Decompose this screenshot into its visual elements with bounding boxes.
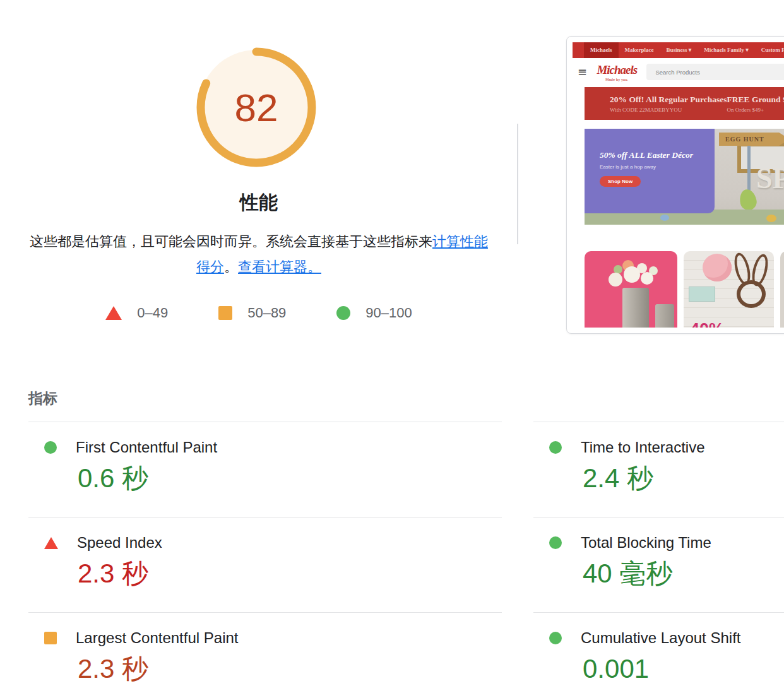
pagespeed-performance-report: 82 性能 这些都是估算值，且可能会因时而异。系统会直接基于这些指标来计算性能得…	[0, 0, 784, 698]
thumb-nav-item: Business ▾	[660, 42, 698, 58]
wreath-image	[737, 280, 766, 308]
pom-pom-image	[703, 254, 732, 281]
description-separator: 。	[224, 259, 238, 275]
promo-right-subtitle: On Orders $49+	[727, 107, 784, 113]
hero-offer-title: 50% off ALL Easter Décor	[600, 150, 715, 160]
legend-item-pass: 90–100	[336, 305, 412, 321]
egg-hunt-sign: EGG HUNT	[719, 133, 784, 146]
shop-now-button: Shop Now	[600, 176, 641, 187]
legend-item-fail: 0–49	[105, 305, 168, 321]
metric-total-blocking-time: Total Blocking Time 40 毫秒	[533, 517, 784, 612]
metric-value: 40 毫秒	[583, 559, 784, 588]
score-description: 这些都是估算值，且可能会因时而异。系统会直接基于这些指标来计算性能得分。查看计算…	[25, 229, 492, 280]
thumb-top-nav: Michaels Makerplace Business ▾ Michaels …	[573, 42, 784, 58]
metric-first-contentful-paint: First Contentful Paint 0.6 秒	[28, 422, 502, 517]
performance-score-gauge[interactable]: 82	[194, 45, 318, 169]
metric-speed-index: Speed Index 2.3 秒	[28, 517, 502, 612]
pass-circle-icon	[549, 441, 562, 454]
legend-label: 90–100	[365, 305, 412, 321]
score-legend: 0–49 50–89 90–100	[0, 305, 518, 321]
michaels-site-screenshot: Michaels Makerplace Business ▾ Michaels …	[573, 42, 784, 328]
average-square-icon	[218, 306, 232, 320]
description-text: 这些都是估算值，且可能会因时而异。系统会直接基于这些指标来	[30, 234, 432, 249]
promo-subtitle: With CODE 22MADEBYYOU	[610, 107, 727, 113]
fail-triangle-icon	[105, 306, 122, 320]
pass-circle-icon	[549, 536, 562, 549]
metric-value: 2.3 秒	[78, 654, 502, 683]
metrics-right-column: Time to Interactive 2.4 秒 Total Blocking…	[533, 422, 784, 698]
thumb-product-tiles: 40%OFF 40%OFF ALL Easter Décor	[585, 251, 784, 328]
thumb-nav-item: Makerplace	[619, 42, 660, 58]
legend-label: 50–89	[247, 305, 286, 321]
metric-cumulative-layout-shift: Cumulative Layout Shift 0.001	[533, 612, 784, 698]
performance-title: 性能	[0, 190, 518, 216]
thumb-site-header: ≡ Michaels Made by you. Search Products	[573, 58, 784, 86]
wall-sign-image	[689, 287, 715, 302]
thumb-nav-item: Michaels Family ▾	[698, 42, 755, 58]
easter-egg-image	[766, 215, 776, 222]
average-square-icon	[44, 632, 57, 644]
legend-label: 0–49	[137, 305, 168, 321]
thumb-nav-item: Michaels	[584, 42, 619, 58]
metric-time-to-interactive: Time to Interactive 2.4 秒	[533, 422, 784, 517]
metrics-left-column: First Contentful Paint 0.6 秒 Speed Index…	[28, 422, 502, 698]
metrics-section-header: 指标	[28, 389, 57, 408]
metric-name: Speed Index	[77, 534, 162, 552]
hero-offer-subtitle: Easter is just a hop away	[600, 164, 715, 170]
metric-name: Time to Interactive	[581, 439, 705, 456]
metric-name: Cumulative Layout Shift	[581, 629, 740, 647]
metric-name: Largest Contentful Paint	[76, 629, 239, 647]
thumb-hero-banner: EGG HUNT SP 50% off ALL Easter Décor Eas…	[585, 129, 784, 225]
promo-tile-easter-decor: 40%OFF ALL Easter Décor	[684, 251, 774, 328]
metric-largest-contentful-paint: Largest Contentful Paint 2.3 秒	[28, 612, 502, 698]
vase-image	[655, 304, 674, 328]
metric-value: 2.4 秒	[583, 464, 784, 493]
view-calculator-link[interactable]: 查看计算器。	[238, 259, 321, 275]
hamburger-menu-icon: ≡	[578, 66, 587, 78]
pass-circle-icon	[44, 441, 57, 454]
metric-value: 0.001	[583, 654, 784, 683]
performance-score-value: 82	[194, 45, 318, 169]
pass-circle-icon	[336, 306, 350, 320]
discount-badge: 40%OFF	[690, 321, 735, 328]
thumb-search-box: Search Products	[646, 64, 784, 80]
promo-right: FREE Ground Shipping On Orders $49+	[727, 95, 784, 113]
thumb-promo-banner: 20% Off! All Regular Purchases With CODE…	[585, 87, 784, 120]
fail-triangle-icon	[44, 537, 58, 549]
metric-value: 0.6 秒	[78, 464, 502, 493]
promo-left: 20% Off! All Regular Purchases With CODE…	[610, 95, 727, 113]
metric-name: Total Blocking Time	[581, 534, 711, 552]
promo-right-title: FREE Ground Shipping	[727, 95, 784, 105]
hero-offer-panel: 50% off ALL Easter Décor Easter is just …	[585, 129, 715, 213]
metric-value: 2.3 秒	[78, 559, 502, 588]
thumb-nav-item: Custom Framing	[755, 42, 784, 58]
green-egg-image	[738, 188, 758, 212]
spring-letters: SP	[756, 162, 784, 195]
column-divider	[517, 124, 518, 244]
legend-item-average: 50–89	[218, 305, 286, 321]
michaels-logo-text: Michaels	[593, 63, 640, 77]
easter-egg-image	[660, 215, 669, 221]
promo-tile-flowers: 40%OFF	[585, 251, 677, 328]
vase-image	[622, 288, 649, 328]
michaels-tagline: Made by you.	[593, 78, 640, 81]
pass-circle-icon	[549, 632, 562, 644]
page-screenshot-thumbnail: Michaels Makerplace Business ▾ Michaels …	[566, 36, 784, 334]
flowers-image	[624, 266, 640, 283]
michaels-logo: Michaels Made by you.	[593, 63, 640, 81]
promo-tile-partial	[780, 251, 784, 328]
metric-name: First Contentful Paint	[76, 439, 217, 456]
promo-title: 20% Off! All Regular Purchases	[610, 95, 727, 105]
